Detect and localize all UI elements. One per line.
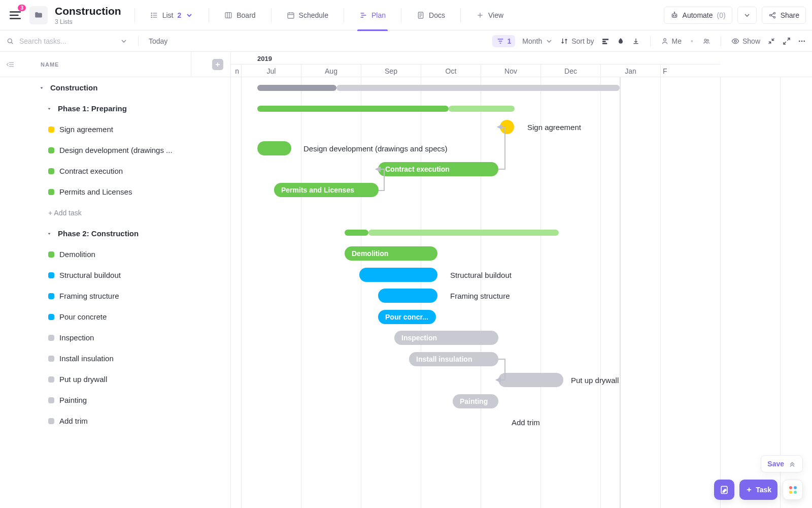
status-square[interactable]	[48, 251, 54, 258]
folder-icon[interactable]	[29, 6, 48, 24]
page-title[interactable]: Construction	[55, 5, 121, 17]
assignees-icon[interactable]	[702, 37, 710, 45]
bar-insulation[interactable]: Install insulation	[409, 352, 498, 366]
add-column-button[interactable]	[212, 59, 223, 70]
chevron-down-icon[interactable]	[120, 37, 128, 45]
status-square[interactable]	[48, 189, 54, 195]
group-row[interactable]: Phase 1: Preparing	[0, 98, 230, 119]
view-board[interactable]: Board	[217, 0, 262, 30]
task-row[interactable]: Painting	[0, 390, 230, 410]
milestone-sign-agreement[interactable]	[500, 120, 514, 134]
bar-structural[interactable]	[359, 268, 437, 282]
task-row[interactable]: Sign agreement	[0, 119, 230, 140]
caret-down-icon[interactable]	[38, 85, 45, 90]
bar-phase1-todo[interactable]	[449, 106, 515, 112]
status-square[interactable]	[48, 335, 54, 341]
bar-drywall[interactable]	[498, 373, 563, 387]
search-input[interactable]	[18, 37, 116, 46]
status-square[interactable]	[48, 272, 54, 278]
share-button[interactable]: Share	[762, 7, 806, 24]
automate-button[interactable]: Automate (0)	[664, 7, 732, 24]
bar-inspection[interactable]: Inspection	[394, 331, 498, 345]
apps-fab[interactable]	[783, 480, 803, 500]
task-row[interactable]: Install insulation	[0, 348, 230, 369]
bar-construction-done[interactable]	[257, 85, 336, 91]
view-plan[interactable]: Plan	[352, 0, 393, 30]
task-row[interactable]: Framing structure	[0, 285, 230, 306]
task-row[interactable]: Pour concrete	[0, 306, 230, 327]
month-cell[interactable]: Sep	[361, 64, 421, 77]
month-cell[interactable]: Nov	[481, 64, 540, 77]
status-square[interactable]	[48, 376, 54, 383]
caret-down-icon[interactable]	[46, 231, 53, 236]
filter-chip[interactable]: 1	[492, 35, 516, 47]
month-cell[interactable]: Jan	[600, 64, 660, 77]
view-schedule[interactable]: Schedule	[280, 0, 335, 30]
month-cell[interactable]: Aug	[301, 64, 361, 77]
task-row[interactable]: Put up drywall	[0, 369, 230, 390]
task-row[interactable]: Design development (drawings ...	[0, 140, 230, 161]
bar-construction-todo[interactable]	[336, 85, 620, 91]
bar-pour-concrete[interactable]: Pour concr...	[378, 310, 436, 324]
status-square[interactable]	[48, 126, 54, 133]
task-row[interactable]: Contract execution	[0, 161, 230, 181]
month-cell[interactable]: Jul	[241, 64, 301, 77]
bar-design-dev[interactable]	[257, 141, 291, 155]
view-list[interactable]: List 2	[143, 0, 201, 30]
bar-contract-exec[interactable]: Contract execution	[378, 162, 498, 176]
bar-phase1-done[interactable]	[257, 106, 449, 112]
task-row[interactable]: Demolition	[0, 244, 230, 265]
add-view[interactable]: View	[469, 0, 511, 30]
add-task-row[interactable]: + Add task	[0, 202, 230, 223]
bar-phase2-done[interactable]	[345, 230, 368, 236]
status-square[interactable]	[48, 168, 54, 174]
collapse-icon[interactable]	[767, 37, 775, 45]
view-docs[interactable]: Docs	[410, 0, 452, 30]
column-separator[interactable]	[191, 52, 191, 77]
month-cell[interactable]: Oct	[421, 64, 481, 77]
today-button[interactable]: Today	[149, 37, 167, 45]
status-square[interactable]	[48, 293, 54, 299]
status-square[interactable]	[48, 397, 54, 403]
task-row[interactable]: Add trim	[0, 410, 230, 431]
status-square[interactable]	[48, 314, 54, 320]
save-button[interactable]: Save	[761, 455, 803, 472]
new-task-fab[interactable]: Task	[739, 480, 777, 500]
color-icon[interactable]	[617, 37, 625, 45]
automate-dropdown[interactable]	[737, 7, 757, 24]
bar-phase2-todo[interactable]	[368, 230, 559, 236]
expand-icon[interactable]	[783, 37, 791, 45]
bar-painting[interactable]: Painting	[453, 394, 498, 408]
collapse-sidebar-icon[interactable]	[6, 60, 15, 69]
me-filter[interactable]: Me	[661, 37, 682, 45]
group-row[interactable]: Construction	[0, 77, 230, 98]
status-square[interactable]	[48, 356, 54, 362]
svg-point-47	[734, 40, 736, 42]
more-icon[interactable]	[798, 37, 806, 45]
bar-demolition[interactable]: Demolition	[345, 246, 437, 261]
bar-framing[interactable]	[378, 289, 437, 303]
svg-line-36	[11, 42, 13, 44]
show-button[interactable]: Show	[731, 37, 760, 45]
task-row[interactable]: Inspection	[0, 327, 230, 348]
task-row[interactable]: Structural buildout	[0, 265, 230, 285]
group-row[interactable]: Phase 2: Construction	[0, 223, 230, 244]
separator	[460, 8, 461, 22]
share-label: Share	[781, 11, 799, 19]
month-cell[interactable]: Dec	[540, 64, 600, 77]
notepad-fab[interactable]	[714, 480, 734, 500]
task-row[interactable]: Permits and Licenses	[0, 181, 230, 202]
download-icon[interactable]	[632, 37, 640, 45]
sortby-button[interactable]: Sort by	[560, 37, 594, 45]
status-square[interactable]	[48, 418, 54, 424]
task-label: Structural buildout	[59, 271, 121, 279]
share-icon	[768, 11, 776, 19]
zoom-select[interactable]: Month	[522, 37, 553, 45]
bar-permits[interactable]: Permits and Licenses	[274, 183, 379, 197]
search-box[interactable]	[6, 37, 128, 46]
caret-down-icon[interactable]	[46, 106, 53, 111]
status-square[interactable]	[48, 147, 54, 153]
reschedule-icon[interactable]	[601, 37, 610, 45]
menu-button[interactable]: 3	[6, 6, 24, 24]
eye-icon	[731, 37, 739, 45]
